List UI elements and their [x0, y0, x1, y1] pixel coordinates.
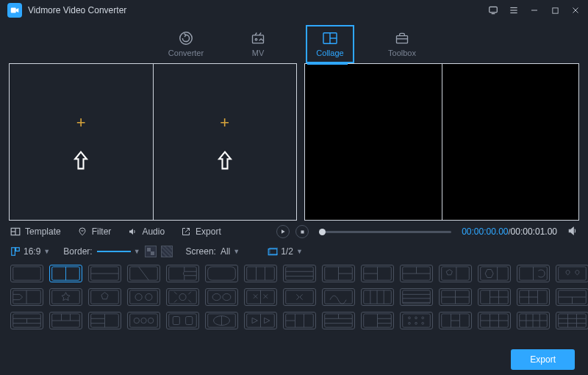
border-pattern-swatch[interactable] [161, 246, 173, 257]
template-item[interactable] [205, 265, 238, 282]
screen-select[interactable]: All▼ [220, 246, 240, 257]
template-item[interactable] [283, 312, 316, 329]
maximize-icon[interactable] [550, 5, 560, 15]
template-item[interactable] [478, 288, 511, 306]
screens-count-select[interactable]: 1/2 ▼ [268, 246, 303, 257]
template-item[interactable] [400, 265, 433, 282]
preview-right [442, 64, 579, 220]
svg-rect-64 [130, 290, 158, 304]
svg-line-70 [188, 292, 191, 295]
template-item[interactable] [478, 312, 511, 329]
export-icon [181, 226, 191, 237]
template-item[interactable] [283, 288, 316, 306]
seek-knob[interactable] [319, 229, 326, 235]
template-item[interactable] [400, 312, 433, 329]
stop-button[interactable] [295, 225, 309, 238]
svg-line-35 [139, 267, 149, 280]
template-item[interactable] [127, 312, 160, 329]
screens-icon [268, 247, 278, 256]
border-style-select[interactable]: ▼ [97, 248, 140, 255]
aspect-select[interactable]: 16:9 ▼ [10, 246, 50, 257]
template-item[interactable] [322, 265, 355, 282]
subtab-filter[interactable]: Filter [77, 226, 112, 237]
export-button[interactable]: Export [511, 349, 575, 370]
volume-icon[interactable] [567, 226, 578, 238]
template-item[interactable] [10, 288, 43, 306]
template-item[interactable] [88, 288, 121, 306]
border-color-swatch[interactable] [145, 246, 157, 257]
tab-converter[interactable]: Converter [162, 25, 210, 63]
svg-rect-22 [301, 230, 304, 233]
tab-toolbox[interactable]: Toolbox [378, 25, 426, 63]
collage-slot-1[interactable]: + [10, 64, 154, 220]
tab-label: MV [252, 49, 265, 57]
tab-collage[interactable]: Collage [306, 25, 354, 63]
svg-rect-83 [325, 290, 353, 304]
template-item[interactable] [88, 312, 121, 329]
screen-value: All [220, 246, 230, 257]
seek-track[interactable] [319, 231, 451, 233]
chevron-down-icon: ▼ [296, 248, 303, 255]
template-item[interactable] [88, 265, 121, 282]
template-item[interactable] [49, 312, 82, 329]
subtab-export[interactable]: Export [181, 226, 221, 237]
template-item[interactable] [361, 265, 394, 282]
svg-marker-131 [265, 318, 270, 323]
template-item[interactable] [244, 288, 277, 306]
template-item[interactable] [322, 312, 355, 329]
svg-rect-29 [13, 267, 41, 280]
collage-icon [322, 31, 338, 46]
feedback-icon[interactable] [488, 5, 498, 15]
minimize-icon[interactable] [529, 5, 539, 15]
playbar: 00:00:00.00/00:00:01.00 [237, 225, 578, 238]
template-item[interactable] [556, 288, 588, 306]
template-item[interactable] [127, 265, 160, 282]
template-item[interactable] [244, 265, 277, 282]
template-item[interactable] [556, 312, 588, 329]
tab-label: Converter [168, 49, 204, 57]
play-button[interactable] [276, 225, 290, 238]
template-item[interactable] [361, 312, 394, 329]
preview-pane [304, 63, 579, 221]
template-item[interactable] [439, 288, 472, 306]
template-item[interactable] [322, 288, 355, 306]
template-item[interactable] [205, 288, 238, 306]
template-item[interactable] [166, 265, 199, 282]
menu-icon[interactable] [509, 5, 519, 15]
svg-rect-124 [186, 317, 193, 325]
svg-rect-164 [559, 314, 587, 327]
svg-point-145 [409, 317, 411, 319]
template-item[interactable] [10, 265, 43, 282]
template-item[interactable] [166, 312, 199, 329]
subtab-audio[interactable]: Audio [127, 226, 165, 237]
template-item[interactable] [400, 288, 433, 306]
template-item[interactable] [127, 288, 160, 306]
template-item[interactable] [517, 265, 550, 282]
template-item[interactable] [478, 265, 511, 282]
subtab-label: Filter [92, 226, 112, 237]
svg-point-10 [180, 32, 193, 45]
converter-icon [178, 31, 194, 46]
screen-label: Screen: [186, 246, 216, 257]
template-item[interactable] [205, 312, 238, 329]
tab-mv[interactable]: MV [234, 25, 282, 63]
template-item[interactable] [556, 265, 588, 282]
template-item[interactable] [517, 288, 550, 306]
svg-rect-26 [151, 251, 154, 255]
svg-rect-73 [208, 290, 236, 304]
template-item[interactable] [283, 265, 316, 282]
template-item[interactable] [244, 312, 277, 329]
subtab-template[interactable]: Template [10, 226, 61, 237]
template-item[interactable] [439, 312, 472, 329]
template-item[interactable] [49, 288, 82, 306]
template-item[interactable] [49, 265, 82, 282]
template-item[interactable] [439, 265, 472, 282]
collage-slot-2[interactable]: + [154, 64, 297, 220]
template-item[interactable] [517, 312, 550, 329]
template-item[interactable] [10, 312, 43, 329]
template-item[interactable] [361, 288, 394, 306]
tab-label: Toolbox [388, 49, 416, 57]
main-tabs: Converter MV Collage Toolbox [0, 21, 588, 63]
close-icon[interactable] [570, 5, 581, 15]
template-item[interactable] [166, 288, 199, 306]
